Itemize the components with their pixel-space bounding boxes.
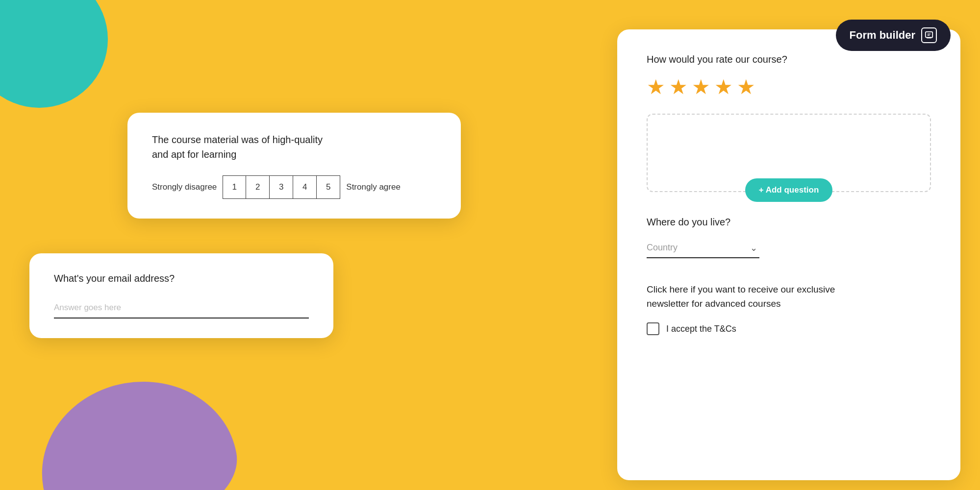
likert-question: The course material was of high-qualitya… [152, 132, 436, 162]
likert-card: The course material was of high-qualitya… [127, 113, 461, 219]
form-icon [921, 27, 937, 43]
country-select[interactable]: Country United States United Kingdom Can… [647, 238, 759, 258]
likert-num-5[interactable]: 5 [317, 175, 340, 199]
email-card: What's your email address? [29, 253, 333, 338]
checkbox-label: I accept the T&Cs [666, 324, 736, 334]
email-question: What's your email address? [54, 273, 309, 284]
form-builder-label: Form builder [850, 29, 915, 42]
likert-num-2[interactable]: 2 [246, 175, 270, 199]
add-question-area: + Add question [647, 114, 931, 192]
star-4[interactable]: ★ [714, 75, 733, 99]
where-section: Where do you live? Country United States… [647, 217, 931, 258]
likert-num-3[interactable]: 3 [270, 175, 293, 199]
star-5[interactable]: ★ [737, 75, 755, 99]
purple-blob [28, 367, 247, 490]
likert-numbers: 1 2 3 4 5 [223, 175, 340, 199]
where-question: Where do you live? [647, 217, 931, 228]
newsletter-section: Click here if you want to receive our ex… [647, 283, 931, 335]
rating-section: How would you rate our course? ★ ★ ★ ★ ★ [647, 54, 931, 99]
add-question-button[interactable]: + Add question [745, 178, 833, 202]
rating-question: How would you rate our course? [647, 54, 931, 65]
likert-scale: Strongly disagree 1 2 3 4 5 Strongly agr… [152, 175, 436, 199]
country-select-wrapper: Country United States United Kingdom Can… [647, 238, 759, 258]
likert-num-4[interactable]: 4 [293, 175, 317, 199]
likert-right-label: Strongly agree [346, 182, 401, 192]
teal-blob [0, 0, 108, 108]
svg-rect-0 [926, 32, 932, 38]
star-3[interactable]: ★ [692, 75, 710, 99]
star-1[interactable]: ★ [647, 75, 665, 99]
email-input[interactable] [54, 298, 309, 318]
likert-num-1[interactable]: 1 [223, 175, 246, 199]
checkbox-row: I accept the T&Cs [647, 322, 931, 335]
form-builder-badge: Form builder [836, 20, 951, 51]
star-2[interactable]: ★ [669, 75, 688, 99]
accept-checkbox[interactable] [647, 322, 659, 335]
newsletter-text: Click here if you want to receive our ex… [647, 283, 853, 311]
likert-left-label: Strongly disagree [152, 182, 217, 192]
stars-container: ★ ★ ★ ★ ★ [647, 75, 931, 99]
main-panel: How would you rate our course? ★ ★ ★ ★ ★… [617, 29, 960, 480]
